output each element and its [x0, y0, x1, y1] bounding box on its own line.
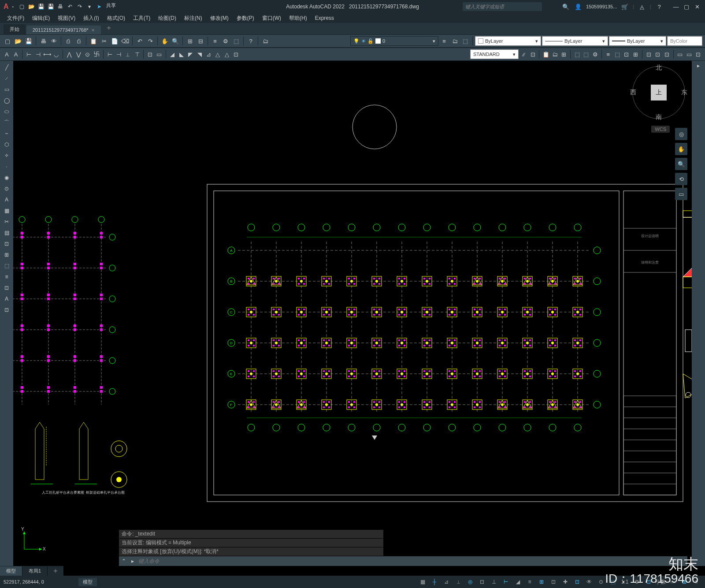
ribbon-button[interactable]: 卐 — [93, 49, 101, 59]
ribbon-button[interactable]: ⚙ — [591, 49, 600, 59]
ribbon-button[interactable]: ▢ — [3, 36, 12, 46]
ribbon-button[interactable]: ⊣ — [115, 49, 123, 59]
ribbon-button[interactable]: ⟂ — [124, 49, 132, 59]
tool-button[interactable]: ⊡ — [1, 239, 12, 249]
status-toggle[interactable]: ⊞ — [536, 577, 547, 587]
layer-match-icon[interactable]: ⬚ — [460, 36, 470, 46]
palette-toggle-icon[interactable]: ▸ — [697, 63, 700, 69]
ribbon-button[interactable]: ⬚ — [231, 36, 241, 46]
status-toggle[interactable]: ⊡ — [643, 577, 654, 587]
ribbon-button[interactable]: ⊟ — [196, 36, 205, 46]
share-label[interactable]: 共享 — [104, 2, 118, 11]
ribbon-button[interactable]: △ — [223, 49, 231, 59]
tool-button[interactable]: A — [1, 195, 12, 205]
tool-button[interactable]: ◯ — [1, 96, 12, 105]
drawing-canvas[interactable]: 设计总说明 说明和注意 ABCDEF — [13, 61, 692, 566]
ribbon-button[interactable]: 🔍 — [171, 36, 180, 46]
orbit-icon[interactable]: ⟲ — [675, 173, 687, 185]
compass-east[interactable]: 东 — [681, 89, 687, 97]
tab-layout1[interactable]: 布局1 — [22, 566, 48, 576]
ribbon-button[interactable]: ⊡ — [663, 49, 671, 59]
ribbon-button[interactable]: ≡ — [604, 49, 612, 59]
tool-button[interactable]: ▦ — [1, 206, 12, 216]
tool-button[interactable]: ⊡ — [1, 305, 12, 315]
ribbon-button[interactable]: ◣ — [177, 49, 186, 59]
status-toggle[interactable]: 小数 — [655, 577, 666, 587]
compass-south[interactable]: 南 — [656, 113, 662, 121]
textstyle-dropdown[interactable]: STANDARD ▾ — [470, 49, 519, 59]
pan-icon[interactable]: ✋ — [675, 143, 687, 155]
menu-item[interactable]: 绘图(D) — [155, 14, 180, 23]
ribbon-button[interactable]: ⋀ — [65, 49, 74, 59]
ribbon-button[interactable]: 📂 — [13, 36, 23, 46]
ribbon-button[interactable]: ⊡ — [232, 49, 240, 59]
bycolor-dropdown[interactable]: ByColor — [667, 36, 702, 46]
layer-states-icon[interactable]: 🗂 — [450, 36, 460, 46]
ribbon-button[interactable]: △ — [214, 49, 222, 59]
ribbon-button[interactable]: 📋 — [542, 49, 550, 59]
bylayer-line-dropdown[interactable]: ByLayer ▾ — [542, 36, 608, 46]
tool-button[interactable]: ⬭ — [1, 107, 12, 116]
tool-button[interactable]: ⬚ — [1, 261, 12, 271]
help-icon[interactable]: ? — [655, 2, 664, 11]
ribbon-button[interactable]: ⊡ — [146, 49, 154, 59]
cmd-expand-icon[interactable]: ⌃ — [119, 558, 129, 564]
tool-button[interactable]: ◉ — [1, 173, 12, 182]
ribbon-button[interactable]: ⊡ — [622, 49, 631, 59]
ribbon-button[interactable]: ✋ — [160, 36, 170, 46]
status-toggle[interactable]: ◎ — [465, 577, 475, 587]
minimize-icon[interactable]: — — [672, 2, 680, 11]
cart-icon[interactable]: 🛒 — [620, 2, 629, 11]
tool-button[interactable]: ⊞ — [1, 250, 12, 260]
save-icon[interactable]: 💾 — [37, 2, 45, 11]
ribbon-button[interactable]: ⊤ — [133, 49, 141, 59]
menu-item[interactable]: 标注(N) — [181, 14, 206, 23]
layer-dropdown[interactable]: 💡 ☀ 🔓 0 ▾ — [350, 36, 438, 46]
status-toggle[interactable]: ⊡ — [572, 577, 583, 587]
menu-item[interactable]: 修改(M) — [207, 14, 232, 23]
zoom-extents-icon[interactable]: 🔍 — [675, 158, 687, 170]
ribbon-button[interactable]: ⊣ — [34, 49, 42, 59]
status-toggle[interactable]: ⊙ — [596, 577, 606, 587]
status-toggle[interactable]: ▦ — [417, 577, 428, 587]
plot-icon[interactable]: 🖶 — [56, 2, 65, 11]
undo-icon[interactable]: ↶ — [66, 2, 74, 11]
status-toggle[interactable]: ▭ — [667, 577, 678, 587]
ribbon-button[interactable]: ⬚ — [582, 49, 590, 59]
ribbon-button[interactable]: ⊡ — [645, 49, 653, 59]
ribbon-button[interactable]: ⊞ — [631, 49, 640, 59]
steering-wheel-icon[interactable]: ◎ — [675, 128, 687, 140]
ribbon-button[interactable]: ▭ — [685, 49, 693, 59]
ribbon-button[interactable]: ⊿ — [204, 49, 213, 59]
ribbon-button[interactable]: ◥ — [196, 49, 204, 59]
qat-more-icon[interactable]: ▾ — [85, 2, 94, 11]
status-toggle[interactable]: ≡ — [691, 577, 701, 587]
close-icon[interactable]: ✕ — [693, 2, 701, 11]
ribbon-button[interactable]: ◢ — [168, 49, 177, 59]
command-line[interactable]: ⌃ ▸ — [119, 556, 687, 566]
saveas-icon[interactable]: 💾 — [46, 2, 55, 11]
status-toggle[interactable]: ≡ — [524, 577, 535, 587]
tool-button[interactable]: ⌒ — [1, 118, 12, 127]
ribbon-button[interactable]: ⊡ — [529, 49, 537, 59]
ribbon-button[interactable]: ↶ — [135, 36, 145, 46]
compass-west[interactable]: 西 — [630, 89, 636, 97]
menu-item[interactable]: 参数(P) — [233, 14, 258, 23]
ribbon-button[interactable]: ✂ — [99, 36, 109, 46]
open-icon[interactable]: 📂 — [27, 2, 36, 11]
user-name[interactable]: 1505999135... — [586, 4, 617, 9]
ribbon-button[interactable]: ⌫ — [120, 36, 130, 46]
status-toggle[interactable]: 👁 — [584, 577, 594, 587]
ribbon-button[interactable]: ⟷ — [43, 49, 52, 59]
tool-button[interactable]: ⊡ — [1, 283, 12, 293]
ribbon-button[interactable]: 🖶 — [38, 36, 48, 46]
bylayer-color-dropdown[interactable]: ByLayer ▾ — [475, 36, 541, 46]
new-icon[interactable]: ▢ — [17, 2, 26, 11]
bylayer-weight-dropdown[interactable]: ByLayer ▾ — [609, 36, 666, 46]
ribbon-button[interactable]: ◤ — [186, 49, 195, 59]
ribbon-button[interactable]: 📋 — [89, 36, 98, 46]
status-toggle[interactable]: ⊢ — [501, 577, 511, 587]
ribbon-button[interactable]: ⎙ — [74, 36, 84, 46]
ribbon-button[interactable]: 👁 — [49, 36, 59, 46]
tool-button[interactable]: ⟋ — [1, 74, 12, 83]
